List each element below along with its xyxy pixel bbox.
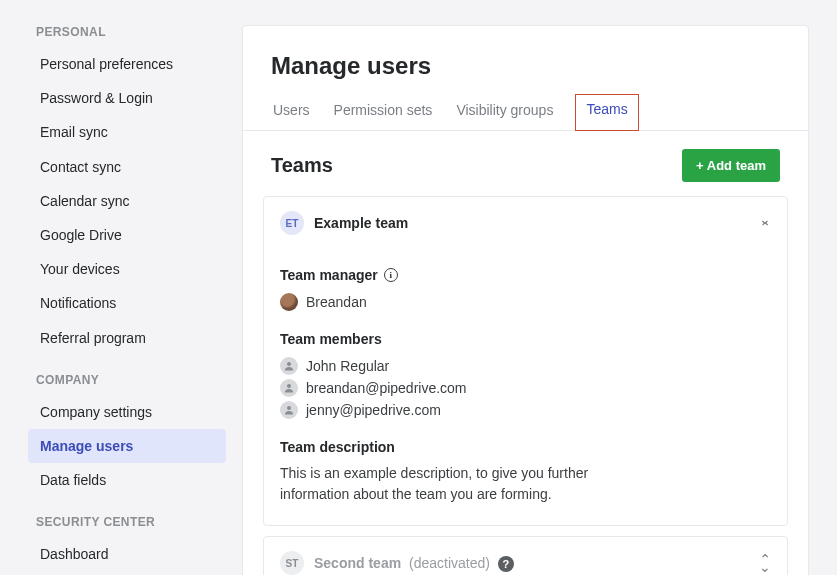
tab-users[interactable]: Users (271, 94, 312, 130)
team-description-label: Team description (280, 439, 771, 455)
sidebar-item-data-fields[interactable]: Data fields (28, 463, 226, 497)
svg-point-1 (287, 384, 291, 388)
sidebar-item-email-sync[interactable]: Email sync (28, 115, 226, 149)
team-member-name: jenny@pipedrive.com (306, 402, 441, 418)
team-member-row: breandan@pipedrive.com (280, 377, 771, 399)
sidebar-item-calendar-sync[interactable]: Calendar sync (28, 184, 226, 218)
sidebar-item-notifications[interactable]: Notifications (28, 286, 226, 320)
team-manager-row: Breandan (280, 291, 771, 313)
collapse-icon[interactable]: ⌄⌄ (759, 215, 771, 231)
sidebar-item-contact-sync[interactable]: Contact sync (28, 150, 226, 184)
team-card-header[interactable]: ET Example team ⌄⌄ (264, 197, 787, 249)
svg-point-0 (287, 362, 291, 366)
info-icon[interactable]: i (384, 268, 398, 282)
page-title: Manage users (271, 52, 780, 80)
tabs: Users Permission sets Visibility groups … (243, 94, 808, 131)
help-icon[interactable]: ? (498, 556, 514, 572)
expand-icon[interactable]: ⌄⌄ (759, 555, 771, 571)
team-member-name: John Regular (306, 358, 389, 374)
sidebar-item-personal-preferences[interactable]: Personal preferences (28, 47, 226, 81)
team-name: Example team (314, 215, 408, 231)
team-description: This is an example description, to give … (280, 463, 600, 505)
team-member-row: John Regular (280, 355, 771, 377)
avatar (280, 293, 298, 311)
sidebar-item-dashboard[interactable]: Dashboard (28, 537, 226, 571)
sidebar-item-your-devices[interactable]: Your devices (28, 252, 226, 286)
team-member-row: jenny@pipedrive.com (280, 399, 771, 421)
team-member-name: breandan@pipedrive.com (306, 380, 467, 396)
tab-teams[interactable]: Teams (575, 94, 638, 131)
avatar (280, 379, 298, 397)
sidebar-item-password-login[interactable]: Password & Login (28, 81, 226, 115)
sidebar-item-google-drive[interactable]: Google Drive (28, 218, 226, 252)
sidebar-item-referral-program[interactable]: Referral program (28, 321, 226, 355)
main-panel: Manage users Users Permission sets Visib… (242, 25, 809, 575)
avatar (280, 401, 298, 419)
sidebar: PERSONAL Personal preferences Password &… (28, 25, 226, 575)
team-card-second: ST Second team (deactivated) ? ⌄⌄ (263, 536, 788, 575)
sidebar-item-company-settings[interactable]: Company settings (28, 395, 226, 429)
team-badge: ST (280, 551, 304, 575)
team-card-header[interactable]: ST Second team (deactivated) ? ⌄⌄ (264, 537, 787, 575)
team-members-label: Team members (280, 331, 771, 347)
sidebar-section-security: SECURITY CENTER (28, 515, 226, 537)
add-team-button[interactable]: + Add team (682, 149, 780, 182)
team-badge: ET (280, 211, 304, 235)
sidebar-item-manage-users[interactable]: Manage users (28, 429, 226, 463)
sidebar-section-company: COMPANY (28, 373, 226, 395)
team-name: Second team (deactivated) ? (314, 555, 514, 572)
tab-permission-sets[interactable]: Permission sets (332, 94, 435, 130)
section-title: Teams (271, 154, 333, 177)
sidebar-section-personal: PERSONAL (28, 25, 226, 47)
team-manager-name: Breandan (306, 294, 367, 310)
avatar (280, 357, 298, 375)
team-manager-label: Team manager i (280, 267, 771, 283)
svg-point-2 (287, 406, 291, 410)
team-status: (deactivated) (409, 555, 490, 571)
tab-visibility-groups[interactable]: Visibility groups (454, 94, 555, 130)
team-card-example: ET Example team ⌄⌄ Team manager i Breand… (263, 196, 788, 526)
